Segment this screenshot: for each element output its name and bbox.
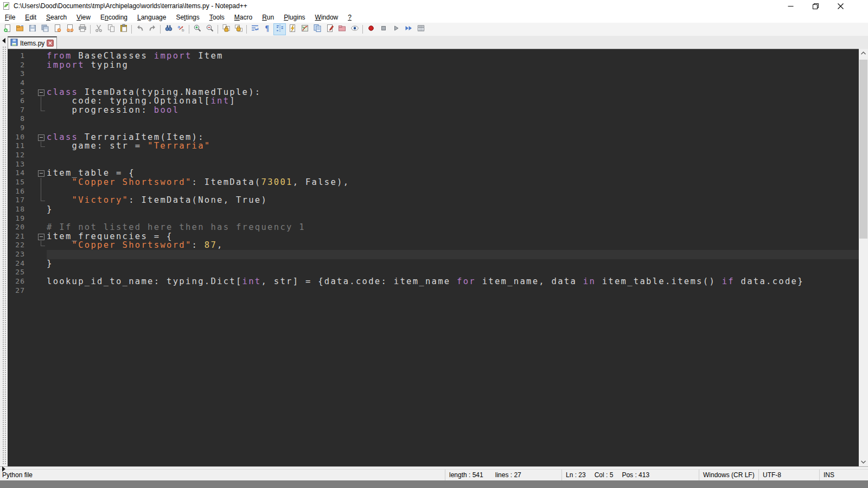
scrollbar-thumb[interactable]: [859, 60, 867, 239]
code-line-2[interactable]: 2import typing: [8, 61, 859, 70]
menu-plugins[interactable]: Plugins: [279, 12, 310, 22]
svg-text:¶: ¶: [265, 24, 269, 33]
menu-view[interactable]: View: [72, 12, 95, 22]
function-list-button[interactable]: [323, 23, 336, 35]
code-line-18[interactable]: 18}: [8, 205, 859, 214]
code-line-23[interactable]: 23: [8, 250, 859, 259]
code-line-21[interactable]: 21item_frequencies = {: [8, 232, 859, 241]
menu-settings[interactable]: Settings: [171, 12, 204, 22]
line-number: 20: [8, 223, 27, 232]
code-line-6[interactable]: 6 code: typing.Optional[int]: [8, 97, 859, 106]
code-line-14[interactable]: 14item_table = {: [8, 169, 859, 178]
fold-collapse-icon[interactable]: [27, 232, 47, 241]
code-line-27[interactable]: 27: [8, 286, 859, 296]
document-monitor-button[interactable]: [348, 23, 361, 35]
minimize-button[interactable]: [778, 0, 803, 12]
replace-button[interactable]: ab: [175, 23, 187, 35]
save-all-button[interactable]: [39, 23, 51, 35]
code-line-16[interactable]: 16: [8, 187, 859, 196]
dock-grip: [0, 36, 8, 466]
function-completion-button[interactable]: [286, 23, 298, 35]
undo-button[interactable]: [133, 23, 146, 35]
menu-file[interactable]: File: [0, 12, 20, 22]
code-line-11[interactable]: 11 game: str = "Terraria": [8, 142, 859, 151]
code-line-24[interactable]: 24}: [8, 259, 859, 268]
menu-macro[interactable]: Macro: [229, 12, 257, 22]
menu-encoding[interactable]: Encoding: [95, 12, 132, 22]
vertical-scrollbar[interactable]: [859, 49, 868, 466]
tab-close-icon[interactable]: [47, 40, 54, 47]
sync-vertical-button[interactable]: [220, 23, 232, 35]
tab-items-py[interactable]: Items.py: [8, 36, 57, 49]
menu-run[interactable]: Run: [257, 12, 279, 22]
paste-icon: [119, 24, 128, 35]
fold-collapse-icon[interactable]: [27, 133, 47, 142]
redo-button[interactable]: [146, 23, 158, 35]
document-map-button[interactable]: [298, 23, 311, 35]
close-button[interactable]: [828, 0, 853, 12]
folder-as-workspace-button[interactable]: [336, 23, 348, 35]
word-wrap-button[interactable]: [248, 23, 261, 35]
line-number: 5: [8, 88, 27, 97]
zoom-in-button[interactable]: [191, 23, 203, 35]
status-cursor-position: Ln : 23 Col : 5 Pos : 413: [561, 470, 699, 480]
collapse-right-icon[interactable]: [2, 466, 5, 472]
code-editor[interactable]: 1from BaseClasses import Item2import typ…: [8, 49, 859, 466]
paste-button[interactable]: [117, 23, 130, 35]
restore-button[interactable]: [803, 0, 828, 12]
close-all-icon: [66, 24, 74, 35]
fold-collapse-icon[interactable]: [27, 169, 47, 178]
code-line-17[interactable]: 17 "Victory": ItemData(None, True): [8, 196, 859, 205]
code-line-26[interactable]: 26lookup_id_to_name: typing.Dict[int, st…: [8, 277, 859, 286]
cut-button[interactable]: [92, 23, 105, 35]
menu-tools[interactable]: Tools: [205, 12, 229, 22]
show-all-characters-button[interactable]: ¶: [261, 23, 273, 35]
fold-collapse-icon[interactable]: [27, 88, 47, 97]
status-encoding: UTF-8: [758, 470, 819, 480]
document-list-button[interactable]: [311, 23, 323, 35]
status-insert-mode: INS: [819, 470, 868, 480]
code-line-7[interactable]: 7 progression: bool: [8, 106, 859, 115]
print-button[interactable]: [76, 23, 88, 35]
code-line-22[interactable]: 22 "Copper Shortsword": 87,: [8, 241, 859, 250]
menu-window[interactable]: Window: [310, 12, 343, 22]
menu-help[interactable]: ?: [343, 12, 356, 22]
macro-stop-button[interactable]: [377, 23, 390, 35]
code-line-12[interactable]: 12: [8, 151, 859, 160]
code-line-25[interactable]: 25: [8, 268, 859, 277]
collapse-left-icon[interactable]: [2, 38, 5, 43]
copy-button[interactable]: [105, 23, 117, 35]
code-line-4[interactable]: 4: [8, 79, 859, 88]
open-file-button[interactable]: [14, 23, 26, 35]
macro-save-button[interactable]: [414, 23, 427, 35]
code-line-5[interactable]: 5class ItemData(typing.NamedTuple):: [8, 88, 859, 97]
menu-edit[interactable]: Edit: [20, 12, 41, 22]
code-line-3[interactable]: 3: [8, 69, 859, 79]
sync-horizontal-button[interactable]: [232, 23, 245, 35]
code-line-9[interactable]: 9: [8, 124, 859, 133]
macro-run-multiple-button[interactable]: [402, 23, 414, 35]
code-line-15[interactable]: 15 "Copper Shortsword": ItemData(73001, …: [8, 178, 859, 187]
restore-icon: [813, 3, 819, 9]
scroll-up-icon[interactable]: [859, 49, 868, 58]
close-all-button[interactable]: [63, 23, 76, 35]
code-line-8[interactable]: 8: [8, 114, 859, 124]
code-line-13[interactable]: 13: [8, 160, 859, 169]
close-button[interactable]: [51, 23, 63, 35]
zoom-out-button[interactable]: [203, 23, 216, 35]
indent-guide-button[interactable]: [273, 23, 286, 35]
save-button[interactable]: [26, 23, 39, 35]
scroll-down-icon[interactable]: [859, 457, 868, 466]
toolbar: ab¶: [0, 23, 868, 36]
code-line-20[interactable]: 20# If not listed here then has frequenc…: [8, 223, 859, 232]
menu-language[interactable]: Language: [132, 12, 171, 22]
code-line-19[interactable]: 19: [8, 214, 859, 223]
find-button[interactable]: [162, 23, 175, 35]
macro-record-button[interactable]: [365, 23, 377, 35]
macro-play-button[interactable]: [390, 23, 402, 35]
code-line-1[interactable]: 1from BaseClasses import Item: [8, 52, 859, 61]
menu-search[interactable]: Search: [41, 12, 72, 22]
new-file-button[interactable]: [1, 23, 14, 35]
code-text: [47, 79, 859, 88]
code-line-10[interactable]: 10class TerrariaItem(Item):: [8, 133, 859, 142]
